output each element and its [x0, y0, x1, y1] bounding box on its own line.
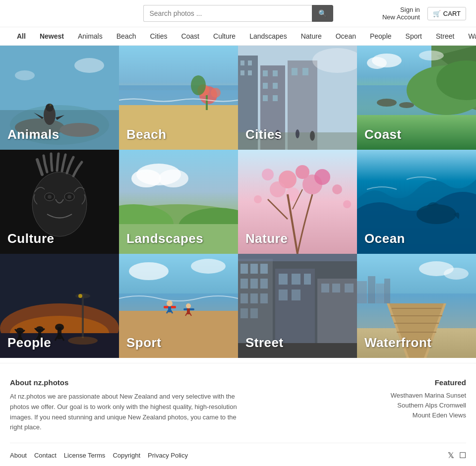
svg-point-61	[131, 170, 161, 187]
nav-item-coast[interactable]: Coast	[174, 27, 206, 45]
svg-rect-154	[368, 276, 375, 303]
svg-rect-19	[206, 95, 208, 110]
category-beach[interactable]: Beach	[119, 46, 238, 150]
svg-rect-136	[279, 290, 288, 300]
svg-rect-29	[273, 70, 278, 76]
svg-rect-33	[273, 95, 278, 101]
featured-link-3[interactable]: Mount Eden Views	[391, 411, 466, 419]
category-culture[interactable]: Culture	[0, 150, 119, 254]
svg-point-73	[314, 169, 330, 185]
footer-link-license[interactable]: License Terms	[64, 452, 106, 459]
search-input[interactable]	[143, 5, 312, 22]
category-landscapes-label: Landscapes	[126, 231, 203, 246]
featured-link-2[interactable]: Southern Alps Cromwell	[391, 402, 466, 409]
svg-rect-142	[238, 254, 357, 261]
facebook-icon[interactable]: ☐	[459, 451, 466, 460]
footer-link-copyright[interactable]: Copyright	[113, 452, 140, 459]
svg-point-20	[191, 75, 206, 95]
svg-point-113	[186, 303, 191, 308]
category-nature[interactable]: Nature	[238, 150, 357, 254]
header-right: Sign in New Account 🛒 CART	[382, 6, 466, 21]
nav-item-cities[interactable]: Cities	[143, 27, 174, 45]
nav-item-people[interactable]: People	[363, 27, 399, 45]
nav-item-sport[interactable]: Sport	[399, 27, 429, 45]
footer: About nz.photos At nz.photos we are pass…	[0, 363, 476, 466]
nav-item-ocean[interactable]: Ocean	[329, 27, 363, 45]
svg-rect-30	[263, 83, 268, 89]
svg-rect-124	[240, 279, 248, 289]
svg-point-70	[270, 181, 286, 197]
svg-point-118	[191, 259, 226, 274]
category-people[interactable]: People	[0, 254, 119, 358]
svg-rect-122	[250, 264, 258, 274]
svg-point-158	[444, 268, 469, 280]
svg-point-11	[15, 70, 35, 80]
category-animals-label: Animals	[7, 127, 60, 142]
svg-rect-131	[250, 308, 258, 318]
svg-point-103	[68, 337, 98, 345]
featured-link-1[interactable]: Westhaven Marina Sunset	[391, 392, 466, 399]
new-account-link[interactable]: New Account	[382, 13, 420, 21]
svg-point-49	[399, 102, 414, 108]
category-people-label: People	[7, 335, 51, 350]
twitter-icon[interactable]: 𝕏	[448, 451, 454, 460]
footer-link-privacy[interactable]: Privacy Policy	[148, 452, 188, 459]
category-animals[interactable]: Animals	[0, 46, 119, 150]
svg-point-117	[129, 262, 169, 280]
nav-item-landscapes[interactable]: Landscapes	[242, 27, 294, 45]
svg-rect-31	[273, 83, 278, 89]
svg-point-10	[74, 58, 104, 73]
footer-top: About nz.photos At nz.photos we are pass…	[10, 378, 466, 433]
category-street-label: Street	[245, 335, 284, 350]
svg-point-101	[75, 293, 90, 298]
svg-point-51	[367, 57, 387, 69]
category-sport-label: Sport	[126, 335, 161, 350]
category-landscapes[interactable]: Landscapes	[119, 150, 238, 254]
svg-rect-137	[292, 290, 300, 300]
svg-rect-35	[292, 68, 298, 75]
category-sport[interactable]: Sport	[119, 254, 238, 358]
footer-link-contact[interactable]: Contact	[34, 452, 57, 459]
sign-in-link[interactable]: Sign in	[400, 6, 420, 13]
svg-point-57	[48, 195, 52, 199]
category-waterfront[interactable]: Waterfront	[357, 254, 476, 358]
nav-item-street[interactable]: Street	[429, 27, 461, 45]
footer-about-title: About nz.photos	[10, 378, 248, 387]
category-ocean[interactable]: Ocean	[357, 150, 476, 254]
svg-rect-36	[302, 68, 308, 75]
svg-rect-128	[250, 293, 258, 303]
svg-point-75	[254, 195, 262, 203]
svg-rect-126	[260, 279, 268, 289]
nav-item-culture[interactable]: Culture	[206, 27, 242, 45]
svg-rect-106	[119, 311, 238, 358]
nav-item-beach[interactable]: Beach	[110, 27, 143, 45]
category-grid: Animals Beach	[0, 46, 476, 358]
svg-rect-129	[260, 293, 268, 303]
footer-link-about[interactable]: About	[10, 452, 27, 459]
svg-rect-139	[321, 284, 329, 292]
svg-point-52	[419, 51, 444, 60]
footer-featured: Featured Westhaven Marina Sunset Souther…	[391, 378, 466, 433]
svg-point-79	[416, 204, 456, 224]
nav-item-newest[interactable]: Newest	[33, 27, 71, 45]
footer-featured-title: Featured	[391, 378, 466, 387]
svg-point-54	[32, 172, 87, 236]
category-coast-label: Coast	[364, 127, 402, 142]
category-cities[interactable]: Cities	[238, 46, 357, 150]
svg-point-72	[262, 169, 274, 180]
footer-social: 𝕏 ☐	[448, 451, 466, 460]
nav-item-all[interactable]: All	[10, 27, 33, 45]
svg-point-58	[67, 195, 71, 199]
nav-item-waterfront[interactable]: Waterfront	[461, 27, 476, 45]
svg-rect-23	[240, 60, 244, 65]
svg-rect-141	[345, 284, 354, 292]
category-coast[interactable]: Coast	[357, 46, 476, 150]
nav-item-animals[interactable]: Animals	[71, 27, 110, 45]
nav-item-nature[interactable]: Nature	[294, 27, 329, 45]
cart-button[interactable]: 🛒 CART	[427, 7, 466, 20]
svg-rect-134	[292, 274, 300, 285]
category-cities-label: Cities	[245, 127, 282, 142]
category-street[interactable]: Street	[238, 254, 357, 358]
search-button[interactable]: 🔍	[312, 5, 333, 22]
svg-rect-155	[376, 284, 385, 303]
